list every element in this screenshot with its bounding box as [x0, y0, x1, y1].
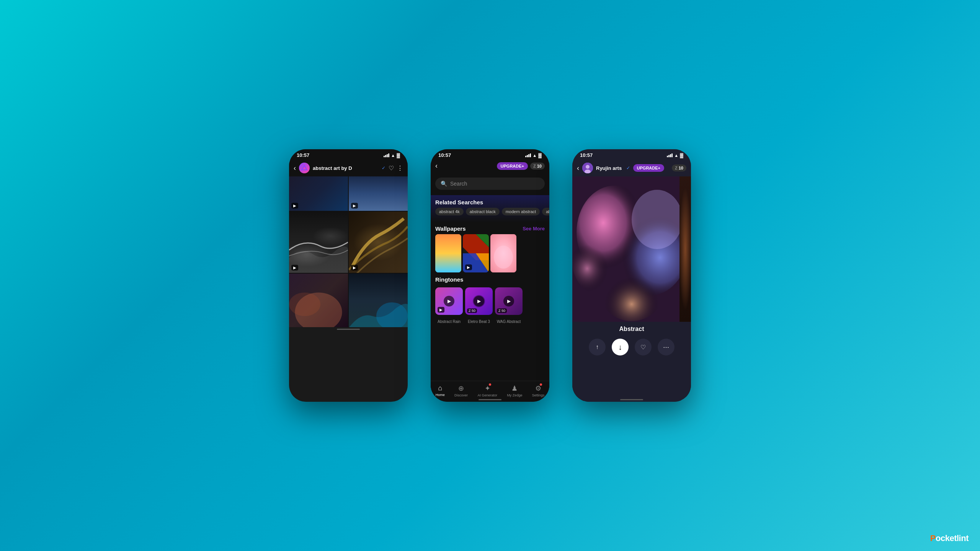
center-content: Related Searches abstract 4k abstract bl…: [431, 195, 549, 394]
play-button[interactable]: ▶: [444, 296, 454, 306]
scroll-indicator: [620, 399, 643, 400]
nav-settings[interactable]: ⚙ Settings: [532, 384, 545, 397]
related-searches-title: Related Searches: [431, 195, 549, 208]
tag-pill[interactable]: abstract black: [466, 208, 500, 215]
svg-point-24: [572, 228, 632, 296]
signal-icon: [667, 153, 673, 157]
play-icon: ▶: [467, 265, 470, 269]
scroll-indicator: [479, 399, 501, 400]
ringtone-card[interactable]: ▶ Z 50: [465, 287, 493, 315]
pocketlint-watermark: Pocketlint: [930, 533, 969, 543]
discover-icon: ⊕: [458, 385, 464, 392]
pocketlint-text: ocketlint: [936, 533, 969, 543]
play-button[interactable]: ▶: [503, 296, 514, 306]
wallpaper-thumb[interactable]: ▶: [463, 234, 489, 272]
ringtone-card[interactable]: ▶ Z 50: [495, 287, 523, 315]
ringtones-title: Ringtones: [431, 272, 549, 285]
right-content: Abstract ↑ ↓ ♡ ⋯: [572, 176, 691, 402]
gallery-item[interactable]: ▶: [289, 176, 348, 211]
gallery-item[interactable]: ▶: [289, 212, 348, 273]
zedge-credit-center: Z 10: [530, 163, 545, 170]
battery-icon: ▓: [680, 153, 683, 158]
zedge-credit-right: Z 10: [672, 165, 686, 171]
time-center: 10:57: [438, 152, 451, 158]
search-input-box[interactable]: 🔍 Search: [435, 178, 545, 190]
wallpaper-thumb[interactable]: [490, 234, 516, 272]
center-top-bar: ‹ UPGRADE+ Z 10: [431, 160, 549, 172]
search-bar[interactable]: 🔍 Search: [431, 172, 549, 195]
nav-ai-generator[interactable]: ✦ AI Generator: [477, 384, 497, 397]
z-badge: Z 50: [467, 308, 477, 313]
more-icon-left[interactable]: ⋮: [397, 165, 403, 172]
ringtones-row: ▶ ▶ ▶ Z 50: [431, 285, 549, 320]
scroll-indicator: [337, 329, 360, 330]
wallpapers-row: ▶: [431, 234, 549, 272]
tag-pill[interactable]: abs: [542, 208, 549, 215]
phone-right: 10:57 ▲ ▓ ‹ Ryujin arts ✓ UPGRADE+: [572, 149, 691, 402]
ai-generator-notification-dot: [489, 383, 491, 386]
gallery-item[interactable]: [349, 274, 408, 327]
search-icon: 🔍: [441, 181, 447, 187]
status-bar-left: 10:57 ▲ ▓: [289, 149, 408, 160]
video-badge: ▶: [465, 264, 472, 270]
back-button-center[interactable]: ‹: [435, 162, 438, 170]
play-icon: ▶: [293, 204, 296, 208]
heart-button[interactable]: ♡: [635, 339, 652, 355]
gallery-item[interactable]: [289, 274, 348, 327]
play-icon: ▶: [353, 204, 356, 208]
bottom-nav: ⌂ Home ⊕ Discover ✦ AI Generator ♟: [431, 381, 549, 402]
nav-my-zedge[interactable]: ♟ My Zedge: [507, 384, 522, 397]
tag-pill[interactable]: modern abstract: [502, 208, 540, 215]
time-right: 10:57: [580, 152, 593, 158]
status-bar-right: 10:57 ▲ ▓: [572, 149, 691, 160]
gallery-grid: ▶ ▶: [289, 176, 408, 327]
nav-home[interactable]: ⌂ Home: [436, 384, 445, 397]
settings-icon: ⚙: [535, 385, 541, 392]
ai-generator-icon: ✦: [485, 385, 490, 392]
play-button[interactable]: ▶: [474, 296, 484, 306]
my-zedge-icon: ♟: [511, 385, 518, 392]
time-left: 10:57: [297, 152, 309, 158]
phone-center: 10:57 ▲ ▓ ‹ UPGRADE+ Z 10 🔍 Search: [431, 149, 549, 402]
battery-icon: ▓: [538, 153, 542, 158]
svg-point-12: [494, 246, 513, 269]
video-badge: ▶: [351, 203, 358, 209]
upgrade-button-right[interactable]: UPGRADE+: [633, 164, 664, 172]
tags-row: abstract 4k abstract black modern abstra…: [431, 208, 549, 219]
nav-discover[interactable]: ⊕ Discover: [454, 384, 468, 397]
upgrade-button-center[interactable]: UPGRADE+: [497, 162, 528, 170]
wallpapers-title: Wallpapers: [435, 225, 466, 232]
ringtone-card[interactable]: ▶ ▶: [435, 287, 463, 315]
verified-icon-left: ✓: [382, 165, 385, 171]
nav-ai-label: AI Generator: [477, 393, 497, 397]
wallpapers-section-header: Wallpapers See More: [431, 222, 549, 234]
wallpaper-thumb[interactable]: [435, 234, 461, 272]
signal-icon: [525, 153, 531, 157]
main-wallpaper[interactable]: [572, 176, 691, 322]
nav-settings-label: Settings: [532, 393, 545, 397]
share-button[interactable]: ↑: [589, 339, 606, 355]
z-badge: Z 50: [497, 308, 507, 313]
nav-home-label: Home: [436, 393, 445, 397]
gallery-item[interactable]: ▶: [349, 212, 408, 273]
left-header: ‹ abstract art by D ✓ ♡ ⋮: [289, 160, 408, 176]
tag-pill[interactable]: abstract 4k: [435, 208, 464, 215]
back-button-left[interactable]: ‹: [294, 164, 296, 172]
play-icon: ▶: [353, 266, 356, 270]
heart-icon-left[interactable]: ♡: [389, 165, 394, 172]
battery-icon: ▓: [397, 153, 400, 158]
gallery-item[interactable]: ▶: [349, 176, 408, 211]
download-button[interactable]: ↓: [612, 339, 629, 355]
play-icon: ▶: [293, 266, 296, 270]
see-more-button[interactable]: See More: [523, 226, 545, 231]
credit-amount: 10: [537, 164, 542, 168]
channel-avatar-left: [299, 163, 310, 173]
pocketlint-p: P: [930, 533, 936, 543]
phones-container: 10:57 ▲ ▓ ‹ abstract art by D ✓ ♡ ⋮: [289, 149, 691, 402]
home-icon: ⌂: [438, 384, 442, 392]
more-button[interactable]: ⋯: [658, 339, 675, 355]
channel-name-right: Ryujin arts: [596, 165, 623, 171]
channel-avatar-right: [582, 163, 593, 173]
back-button-right[interactable]: ‹: [577, 164, 579, 172]
wifi-icon: ▲: [391, 153, 395, 158]
